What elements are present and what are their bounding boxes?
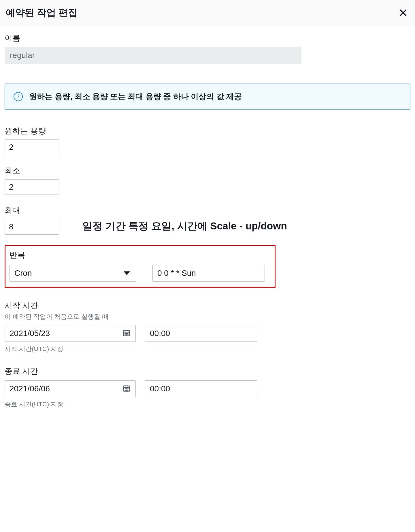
cron-expression-input[interactable]	[152, 265, 265, 282]
end-time-group: 종료 시간	[5, 366, 410, 409]
repeat-label: 반복	[10, 250, 271, 260]
start-time-group: 시작 시간 이 예약된 작업이 처음으로 실행될 때	[5, 300, 410, 353]
start-time-desc: 이 예약된 작업이 처음으로 실행될 때	[5, 312, 410, 321]
start-time-footer: 시작 시간(UTC) 지정	[5, 345, 410, 353]
close-icon[interactable]: ✕	[397, 7, 409, 19]
name-field-group: 이름 regular	[5, 33, 410, 64]
repeat-highlight-box: 반복 Cron	[5, 245, 276, 288]
end-date-input[interactable]	[5, 380, 136, 397]
dialog-header: 예약된 작업 편집 ✕	[0, 0, 415, 26]
end-time-label: 종료 시간	[5, 366, 410, 376]
info-alert: i 원하는 용량, 최소 용량 또는 최대 용량 중 하나 이상의 값 제공	[5, 84, 410, 110]
start-date-row	[5, 325, 410, 342]
end-date-wrap	[5, 380, 136, 397]
name-label: 이름	[5, 33, 410, 43]
repeat-select[interactable]: Cron	[10, 265, 136, 282]
min-capacity-input[interactable]	[5, 179, 59, 195]
dialog-title: 예약된 작업 편집	[6, 6, 78, 19]
name-readonly-input: regular	[5, 47, 301, 64]
start-date-input[interactable]	[5, 325, 136, 342]
end-date-row	[5, 380, 410, 397]
start-time-label: 시작 시간	[5, 300, 410, 311]
max-capacity-group: 최대 일정 기간 특정 요일, 시간에 Scale - up/down	[5, 205, 410, 235]
repeat-select-wrap[interactable]: Cron	[10, 265, 136, 282]
info-icon: i	[14, 92, 23, 101]
dialog-content: 이름 regular i 원하는 용량, 최소 용량 또는 최대 용량 중 하나…	[0, 26, 415, 416]
desired-capacity-input[interactable]	[5, 139, 59, 155]
start-time-input[interactable]	[145, 325, 257, 342]
max-capacity-label: 최대	[5, 205, 59, 216]
max-capacity-input[interactable]	[5, 219, 59, 235]
repeat-row: Cron	[10, 265, 271, 282]
start-date-wrap	[5, 325, 136, 342]
end-time-footer: 종료 시간(UTC) 지정	[5, 400, 410, 409]
min-capacity-group: 최소	[5, 165, 410, 195]
end-time-input[interactable]	[145, 380, 257, 397]
info-text: 원하는 용량, 최소 용량 또는 최대 용량 중 하나 이상의 값 제공	[29, 91, 242, 102]
desired-capacity-group: 원하는 용량	[5, 126, 410, 155]
desired-capacity-label: 원하는 용량	[5, 126, 410, 136]
min-capacity-label: 최소	[5, 165, 410, 176]
annotation-text: 일정 기간 특정 요일, 시간에 Scale - up/down	[82, 219, 287, 235]
